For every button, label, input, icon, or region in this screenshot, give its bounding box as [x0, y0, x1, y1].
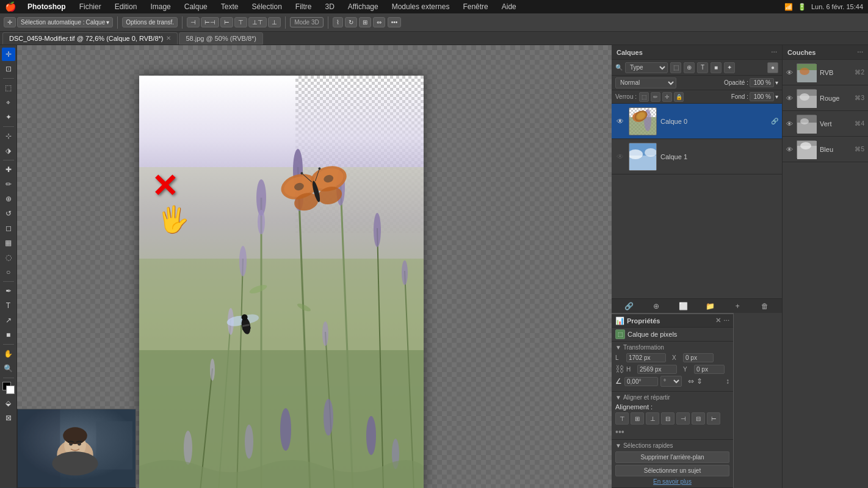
channel-rvb[interactable]: 👁 RVB ⌘2 [783, 60, 868, 85]
transformation-title[interactable]: ▼ Transformation [615, 344, 729, 351]
filter-adjust-btn[interactable]: ⊕ [684, 62, 695, 73]
angle-unit-select[interactable]: ° [660, 376, 682, 387]
tab-close-0[interactable]: ✕ [166, 35, 171, 41]
filter-text-btn[interactable]: T [697, 62, 708, 73]
menu-calque[interactable]: Calque [182, 1, 210, 12]
apple-menu[interactable]: 🍎 [5, 1, 16, 12]
color-swatch[interactable] [2, 382, 15, 394]
align-bottom-btn[interactable]: ⊥ [268, 17, 281, 27]
blur-tool[interactable]: ◌ [2, 251, 15, 264]
l-input[interactable] [626, 353, 666, 362]
gradient-tool[interactable]: ▦ [2, 236, 15, 249]
h-input[interactable] [637, 365, 677, 374]
selection-auto-dropdown[interactable]: Sélection automatique : Calque ▾ [17, 17, 113, 27]
add-mask-btn[interactable]: ⬜ [676, 301, 690, 312]
channel-rouge[interactable]: 👁 Rouge ⌘3 [783, 85, 868, 111]
distribute-v-btn[interactable]: ⊟ [661, 412, 675, 425]
menu-fenetre[interactable]: Fenêtre [460, 1, 490, 12]
y-input[interactable] [694, 365, 725, 374]
flip-btn[interactable]: ⇔ [373, 17, 385, 27]
align-center-h-btn[interactable]: ⊢⊣ [201, 17, 219, 27]
zoom-tool[interactable]: 🔍 [2, 362, 15, 375]
marquee-tool[interactable]: ⬚ [2, 81, 15, 95]
layer-0-visibility[interactable]: 👁 [615, 117, 625, 126]
blend-mode-select[interactable]: Normal [615, 77, 676, 88]
tab-58jpg[interactable]: 58.jpg @ 50% (RVB/8*) [179, 32, 263, 45]
align-left-btn[interactable]: ⊣ [187, 17, 200, 27]
wand-tool[interactable]: ✦ [2, 110, 15, 124]
link-hw-icon[interactable]: ⛓ [615, 364, 624, 374]
artboard-tool[interactable]: ⊡ [2, 62, 15, 76]
align-h-center-btn[interactable]: ⊟ [692, 412, 705, 425]
remove-background-btn[interactable]: Supprimer l'arrière-plan [615, 451, 729, 463]
layer-type-select[interactable]: Type [625, 62, 668, 73]
slice-tool[interactable]: ⬗ [2, 144, 15, 157]
align-v-center-btn[interactable]: ⊞ [631, 412, 644, 425]
channel-bleu-vis[interactable]: 👁 [786, 146, 793, 153]
text-tool[interactable]: T [2, 299, 15, 312]
move-tool[interactable]: ✛ [2, 48, 15, 61]
align-top-btn[interactable]: ⊤ [234, 17, 247, 27]
layer-1-visibility[interactable]: 👁 [615, 152, 625, 161]
menu-edition[interactable]: Edition [112, 1, 140, 12]
props-close-btn[interactable]: ✕ [715, 317, 721, 325]
angle-input[interactable] [624, 377, 658, 386]
hand-tool[interactable]: ✋ [2, 347, 15, 361]
reset-btn[interactable]: ↕ [726, 377, 729, 386]
fill-chevron[interactable]: ▾ [775, 93, 778, 100]
tab-dsc0459[interactable]: DSC_0459-Modifier.tif @ 72,6% (Calque 0,… [2, 32, 178, 45]
fill-input[interactable] [750, 92, 774, 101]
add-style-btn[interactable]: ⊕ [649, 301, 663, 312]
menu-image[interactable]: Image [148, 1, 173, 12]
align-right-btn[interactable]: ⊢ [220, 17, 233, 27]
align-top-edge-btn[interactable]: ⊤ [615, 412, 629, 425]
align-right-edge-btn[interactable]: ⊢ [707, 412, 720, 425]
new-group-btn[interactable]: 📁 [704, 301, 717, 312]
scale-btn[interactable]: ⊞ [359, 17, 371, 27]
path-select-tool[interactable]: ↗ [2, 314, 15, 327]
shape-tool[interactable]: ■ [2, 328, 15, 342]
menu-texte[interactable]: Texte [219, 1, 241, 12]
filter-smart-btn[interactable]: ✦ [724, 62, 735, 73]
dodge-tool[interactable]: ○ [2, 265, 15, 279]
clone-tool[interactable]: ⊕ [2, 192, 15, 206]
lock-pixel-btn[interactable]: ⬚ [639, 92, 649, 102]
layer-calque-1[interactable]: 👁 Calque 1 [612, 139, 782, 174]
channel-rvb-vis[interactable]: 👁 [786, 69, 793, 76]
healing-tool[interactable]: ✚ [2, 163, 15, 176]
layers-expand-icon[interactable]: ⋯ [771, 49, 777, 56]
flip-v-btn[interactable]: ⇕ [696, 377, 703, 386]
select-subject-btn[interactable]: Sélectionner un sujet [615, 465, 729, 476]
lasso-tool[interactable]: ⌖ [2, 96, 15, 109]
eraser-tool[interactable]: ◻ [2, 221, 15, 235]
channel-vert[interactable]: 👁 Vert ⌘4 [783, 111, 868, 137]
channels-expand[interactable]: ⋯ [857, 49, 863, 56]
menu-modules[interactable]: Modules externes [389, 1, 452, 12]
learn-more-link[interactable]: En savoir plus [615, 478, 729, 485]
calque-dropdown[interactable]: Calque [86, 19, 106, 26]
layer-calque-0[interactable]: 👁 [612, 104, 782, 139]
filter-toggle-btn[interactable]: ● [767, 62, 778, 73]
x-input[interactable] [683, 353, 714, 362]
channel-vert-vis[interactable]: 👁 [786, 120, 793, 127]
brush-tool[interactable]: ✏ [2, 178, 15, 191]
quick-mask-tool[interactable]: ⬙ [2, 396, 15, 410]
canvas[interactable]: ✕ 🖐 [139, 76, 424, 488]
menu-filtre[interactable]: Filtre [293, 1, 314, 12]
menu-photoshop[interactable]: Photoshop [25, 1, 68, 12]
link-layers-btn[interactable]: 🔗 [622, 301, 635, 312]
menu-affichage[interactable]: Affichage [345, 1, 381, 12]
mode-3d-label[interactable]: Mode 3D [290, 17, 324, 27]
align-title[interactable]: ▼ Aligner et répartir [615, 394, 729, 401]
more-options-btn[interactable]: ••• [615, 427, 729, 437]
align-bottom-edge-btn[interactable]: ⊥ [646, 412, 659, 425]
align-center-v-btn[interactable]: ⊥⊤ [248, 17, 267, 27]
menu-fichier[interactable]: Fichier [77, 1, 104, 12]
menu-3d[interactable]: 3D [323, 1, 337, 12]
crop-tool[interactable]: ⊹ [2, 129, 15, 143]
lock-artboard-btn[interactable]: ✛ [662, 92, 672, 102]
quick-sel-title[interactable]: ▼ Sélections rapides [615, 442, 729, 449]
opacity-chevron[interactable]: ▾ [775, 79, 778, 86]
screen-mode-tool[interactable]: ⊠ [2, 411, 15, 425]
filter-shape-btn[interactable]: ■ [711, 62, 722, 73]
